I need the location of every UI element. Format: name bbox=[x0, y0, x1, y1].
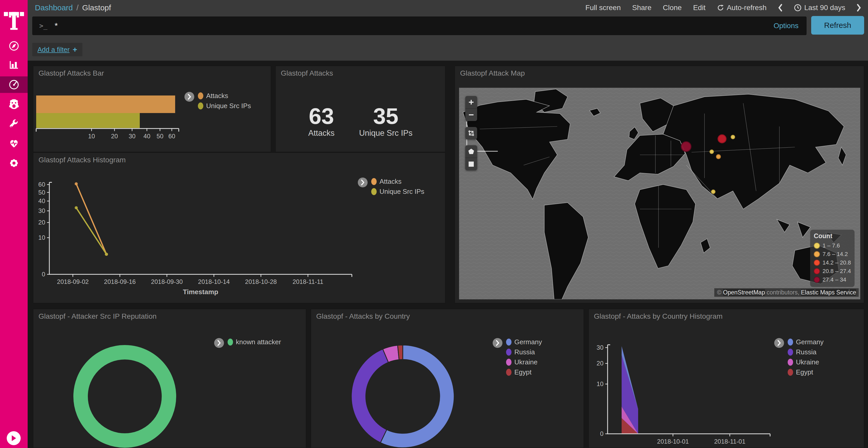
legend-item[interactable]: Ukraine bbox=[506, 358, 542, 366]
map-zoom-out-button[interactable] bbox=[465, 109, 477, 121]
legend-toggle-icon[interactable] bbox=[774, 338, 784, 348]
legend-toggle-icon[interactable] bbox=[358, 177, 368, 187]
svg-text:30: 30 bbox=[596, 344, 603, 351]
country-donut-chart[interactable] bbox=[311, 309, 584, 448]
breadcrumb: Dashboard / Glastopf bbox=[35, 3, 111, 12]
sidebar-item-dashboard[interactable] bbox=[0, 76, 28, 93]
sidebar-item-devtools[interactable] bbox=[0, 115, 28, 132]
map-zoom-in-button[interactable] bbox=[465, 96, 477, 108]
add-filter-button[interactable]: Add a filter + bbox=[32, 43, 83, 56]
map-legend-label: 14.2 – 20.8 bbox=[823, 260, 851, 266]
draw-polygon-button[interactable] bbox=[465, 145, 477, 158]
legend-dot bbox=[198, 102, 203, 109]
legend-item[interactable]: Russia bbox=[788, 348, 824, 356]
legend-dot bbox=[371, 188, 377, 195]
svg-text:50: 50 bbox=[38, 189, 45, 196]
svg-text:2018-10-28: 2018-10-28 bbox=[245, 278, 277, 285]
svg-text:10: 10 bbox=[38, 234, 45, 241]
sidebar-item-timelion[interactable] bbox=[0, 96, 28, 112]
sidebar-item-visualize[interactable] bbox=[0, 56, 28, 73]
country-histogram-chart[interactable]: 01020302018-10-012018-11-01Timestamp bbox=[589, 309, 864, 448]
metric-attacks: 63 Attacks bbox=[308, 105, 335, 138]
legend: GermanyRussiaUkraineEgypt bbox=[774, 338, 824, 376]
time-forward-button[interactable] bbox=[857, 4, 861, 12]
search-bar[interactable]: >_ * Options bbox=[32, 16, 807, 35]
world-map[interactable]: Count 1 – 7.67.6 – 14.214.2 – 20.820.8 –… bbox=[459, 88, 860, 299]
rectangle-icon bbox=[468, 161, 474, 167]
attribution-link[interactable]: OpenStreetMap bbox=[723, 289, 765, 296]
svg-text:10: 10 bbox=[596, 380, 603, 387]
panel-attack-map: Glastopf Attack Map bbox=[455, 66, 864, 303]
map-legend-label: 7.6 – 14.2 bbox=[823, 251, 848, 257]
kibana-dashboard: Dashboard / Glastopf Full screen Share C… bbox=[0, 0, 868, 448]
svg-text:Timestamp: Timestamp bbox=[183, 288, 218, 296]
legend-item[interactable]: Egypt bbox=[788, 368, 824, 376]
auto-refresh-button[interactable]: Auto-refresh bbox=[717, 4, 767, 12]
svg-text:30: 30 bbox=[129, 133, 135, 140]
map-fit-data-button[interactable] bbox=[465, 127, 477, 139]
chevron-left-icon bbox=[778, 4, 782, 12]
legend-item[interactable]: Germany bbox=[506, 338, 542, 346]
legend-item[interactable]: Attacks bbox=[198, 92, 251, 100]
sidebar-expand-button[interactable] bbox=[7, 431, 21, 445]
legend-label: Germany bbox=[796, 338, 824, 346]
svg-text:0: 0 bbox=[42, 271, 45, 278]
breadcrumb-separator: / bbox=[76, 3, 79, 12]
svg-text:2018-11-11: 2018-11-11 bbox=[292, 278, 323, 285]
legend-toggle-icon[interactable] bbox=[184, 92, 194, 102]
sidebar-item-management[interactable] bbox=[0, 155, 28, 171]
sidebar-item-discover[interactable] bbox=[0, 38, 28, 54]
panel-title: Glastopf - Attacks by Country bbox=[316, 312, 410, 320]
reputation-donut-chart[interactable] bbox=[33, 309, 306, 448]
search-query-input[interactable]: * bbox=[55, 21, 773, 31]
map-legend-item: 20.8 – 27.4 bbox=[814, 267, 855, 275]
attribution-text: © bbox=[717, 289, 723, 296]
crop-icon bbox=[468, 130, 474, 136]
clone-button[interactable]: Clone bbox=[663, 4, 682, 12]
panel-title: Glastopf Attack Map bbox=[460, 69, 525, 77]
legend-item[interactable]: Attacks bbox=[371, 177, 424, 185]
attribution-link[interactable]: Elastic Maps Service bbox=[801, 289, 856, 296]
play-right-icon bbox=[10, 435, 17, 442]
map-legend-item: 14.2 – 20.8 bbox=[814, 258, 855, 267]
map-legend-dot bbox=[814, 243, 820, 249]
legend-dot bbox=[198, 92, 203, 99]
metric-group: 63 Attacks 35 Unique Src IPs bbox=[276, 105, 445, 138]
fullscreen-button[interactable]: Full screen bbox=[585, 4, 621, 12]
legend-item[interactable]: Russia bbox=[506, 348, 542, 356]
map-legend-label: 1 – 7.6 bbox=[823, 242, 840, 249]
legend-item[interactable]: Egypt bbox=[506, 368, 542, 376]
legend-dot bbox=[506, 339, 512, 346]
legend-toggle-icon[interactable] bbox=[493, 338, 502, 348]
sidebar-item-monitoring[interactable] bbox=[0, 135, 28, 151]
draw-rectangle-button[interactable] bbox=[465, 158, 477, 170]
legend-dot bbox=[506, 369, 512, 376]
legend-label: Egypt bbox=[514, 368, 532, 376]
map-legend-dot bbox=[814, 277, 820, 283]
legend-label: Ukraine bbox=[796, 358, 819, 366]
breadcrumb-dashboard-link[interactable]: Dashboard bbox=[35, 3, 73, 12]
share-button[interactable]: Share bbox=[632, 4, 652, 12]
legend-item[interactable]: Unique Src IPs bbox=[371, 187, 424, 195]
options-link[interactable]: Options bbox=[774, 22, 799, 30]
telekom-logo[interactable] bbox=[0, 5, 28, 33]
refresh-button[interactable]: Refresh bbox=[811, 16, 864, 35]
map-draw-controls bbox=[465, 145, 477, 170]
time-back-button[interactable] bbox=[778, 4, 782, 12]
legend-item[interactable]: Germany bbox=[788, 338, 824, 346]
legend-label: known attacker bbox=[236, 338, 281, 346]
map-legend-item: 27.4 – 34 bbox=[814, 275, 855, 284]
edit-button[interactable]: Edit bbox=[693, 4, 706, 12]
attacks-histogram-chart[interactable]: 01020304050602018-09-022018-09-162018-09… bbox=[33, 153, 445, 303]
legend-item[interactable]: Ukraine bbox=[788, 358, 824, 366]
legend-dot bbox=[788, 369, 793, 376]
legend-item[interactable]: Unique Src IPs bbox=[198, 102, 251, 110]
legend-label: Egypt bbox=[796, 368, 813, 376]
legend-item[interactable]: known attacker bbox=[227, 338, 281, 346]
svg-text:2018-10-01: 2018-10-01 bbox=[657, 438, 689, 445]
legend-dot bbox=[788, 359, 793, 366]
legend-toggle-icon[interactable] bbox=[214, 338, 224, 348]
panel-attacks-histogram: Glastopf Attacks Histogram 0102030405060… bbox=[33, 152, 445, 303]
timepicker-button[interactable]: Last 90 days bbox=[794, 4, 845, 12]
svg-text:60: 60 bbox=[38, 181, 45, 188]
